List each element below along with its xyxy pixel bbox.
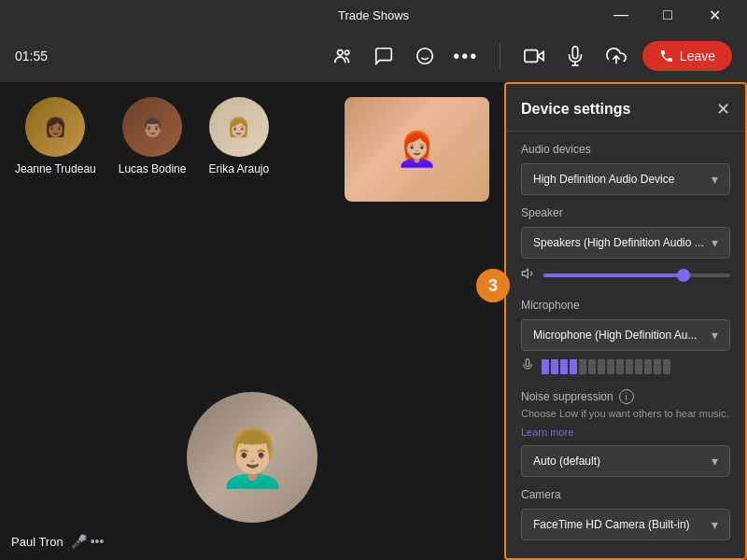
mic-bar-10 — [626, 359, 633, 374]
participant-3-name: Erika Araujo — [208, 162, 269, 175]
noise-supp-dropdown[interactable]: Auto (default) ▾ — [521, 445, 730, 477]
title-bar: Trade Shows — □ ✕ — [0, 0, 747, 30]
volume-thumb — [677, 269, 690, 282]
minimize-button[interactable]: — — [599, 0, 642, 30]
more-icon[interactable]: ••• — [447, 37, 485, 75]
mic-bar-14 — [663, 359, 670, 374]
svg-marker-5 — [538, 51, 543, 60]
step-badge: 3 — [476, 269, 510, 302]
participant-2: 👨🏽 Lucas Bodine — [119, 97, 187, 175]
close-button[interactable]: ✕ — [693, 0, 736, 30]
svg-point-2 — [417, 49, 433, 64]
volume-slider-row — [521, 259, 730, 287]
panel-title: Device settings — [521, 101, 630, 118]
mic-bar-13 — [654, 359, 661, 374]
mic-bars — [542, 359, 670, 374]
volume-icon — [521, 266, 536, 284]
participants-icon[interactable] — [324, 37, 361, 75]
camera-button[interactable] — [515, 37, 553, 75]
mic-bar-3 — [560, 359, 568, 374]
bottom-icons: 🎤 ••• — [71, 534, 105, 549]
microphone-dropdown[interactable]: Microphone (High Definition Au... ▾ — [521, 319, 730, 351]
svg-point-1 — [345, 50, 349, 55]
noise-hint: Choose Low if you want others to hear mu… — [521, 408, 730, 419]
mic-bar-2 — [551, 359, 558, 374]
learn-more-link[interactable]: Learn more — [521, 427, 573, 438]
self-video: 👨🏼‍🦱 — [187, 392, 317, 523]
self-video-bg: 👨🏼‍🦱 — [187, 392, 317, 523]
camera-label: Camera — [521, 488, 730, 501]
mic-bar-7 — [598, 359, 605, 374]
microphone-value: Microphone (High Definition Au... — [533, 329, 708, 342]
leave-label: Leave — [680, 49, 715, 63]
audio-device-value: High Definition Audio Device — [533, 173, 708, 186]
volume-fill — [543, 273, 684, 277]
avatar-erika: 👩🏼 — [209, 97, 269, 157]
svg-marker-10 — [522, 269, 528, 277]
featured-video-bg: 👩🏼‍🦰 — [345, 97, 489, 202]
toolbar-icons: ••• — [324, 37, 485, 75]
audio-devices-section: Audio devices High Definition Audio Devi… — [506, 132, 745, 206]
audio-devices-label: Audio devices — [521, 143, 730, 156]
noise-supp-value: Auto (default) — [533, 455, 708, 468]
speaker-dropdown[interactable]: Speakers (High Definition Audio ... ▾ — [521, 227, 730, 259]
participant-2-name: Lucas Bodine — [119, 162, 187, 175]
camera-section: Camera FaceTime HD Camera (Built-in) ▾ — [506, 488, 745, 552]
noise-info-icon[interactable]: i — [619, 389, 634, 404]
microphone-arrow: ▾ — [712, 328, 718, 343]
window-title: Trade Shows — [338, 8, 409, 22]
mic-bar-6 — [588, 359, 596, 374]
self-name: Paul Tron — [11, 535, 63, 549]
speaker-label: Speaker — [521, 206, 730, 219]
mic-button[interactable] — [557, 37, 594, 75]
speaker-arrow: ▾ — [712, 235, 718, 250]
volume-track[interactable] — [543, 273, 730, 277]
microphone-section: Microphone Microphone (High Definition A… — [506, 299, 745, 389]
main-content: 👩🏾 Jeanne Trudeau 👨🏽 Lucas Bodine 👩🏼 Eri… — [0, 82, 747, 560]
camera-arrow: ▾ — [712, 517, 718, 532]
more-options-icon[interactable]: ••• — [91, 534, 105, 549]
media-controls — [515, 37, 635, 75]
reactions-icon[interactable] — [406, 37, 444, 75]
panel-close-button[interactable]: ✕ — [716, 99, 730, 119]
call-timer: 01:55 — [15, 49, 48, 63]
mic-level-row — [521, 351, 730, 378]
noise-supp-arrow: ▾ — [712, 454, 718, 469]
video-area: 👩🏾 Jeanne Trudeau 👨🏽 Lucas Bodine 👩🏼 Eri… — [0, 82, 504, 560]
camera-value: FaceTime HD Camera (Built-in) — [533, 518, 708, 531]
participant-1-name: Jeanne Trudeau — [15, 162, 96, 175]
leave-button[interactable]: Leave — [642, 41, 732, 71]
svg-rect-6 — [525, 50, 538, 63]
microphone-label: Microphone — [521, 299, 730, 312]
mic-bar-1 — [542, 359, 549, 374]
mic-bar-8 — [607, 359, 614, 374]
bottom-bar: Paul Tron 🎤 ••• — [0, 523, 115, 560]
mic-bar-4 — [570, 359, 577, 374]
toolbar: 01:55 ••• — [0, 30, 747, 82]
mic-icon — [521, 358, 534, 374]
avatar-jeanne: 👩🏾 — [25, 97, 85, 157]
camera-dropdown[interactable]: FaceTime HD Camera (Built-in) ▾ — [521, 509, 730, 540]
panel-header: Device settings ✕ — [506, 84, 745, 132]
chat-icon[interactable] — [365, 37, 402, 75]
audio-device-arrow: ▾ — [712, 172, 718, 187]
maximize-button[interactable]: □ — [646, 0, 689, 30]
share-button[interactable] — [598, 37, 635, 75]
noise-label-row: Noise suppression i — [521, 389, 730, 404]
noise-suppression-section: Noise suppression i Choose Low if you wa… — [506, 389, 745, 488]
device-settings-panel: Device settings ✕ Audio devices High Def… — [504, 82, 747, 560]
avatar-lucas: 👨🏽 — [122, 97, 182, 157]
audio-device-dropdown[interactable]: High Definition Audio Device ▾ — [521, 163, 730, 195]
svg-point-0 — [337, 50, 343, 56]
noise-supp-label: Noise suppression — [521, 390, 613, 403]
mic-bar-12 — [644, 359, 652, 374]
mic-status-icon: 🎤 — [71, 534, 87, 549]
featured-video: 👩🏼‍🦰 — [345, 97, 489, 202]
speaker-section: Speaker Speakers (High Definition Audio … — [506, 206, 745, 299]
mic-bar-9 — [616, 359, 624, 374]
participant-3: 👩🏼 Erika Araujo — [208, 97, 269, 175]
speaker-value: Speakers (High Definition Audio ... — [533, 236, 708, 249]
window-controls: — □ ✕ — [599, 0, 736, 30]
participant-1: 👩🏾 Jeanne Trudeau — [15, 97, 96, 175]
mic-bar-11 — [635, 359, 642, 374]
